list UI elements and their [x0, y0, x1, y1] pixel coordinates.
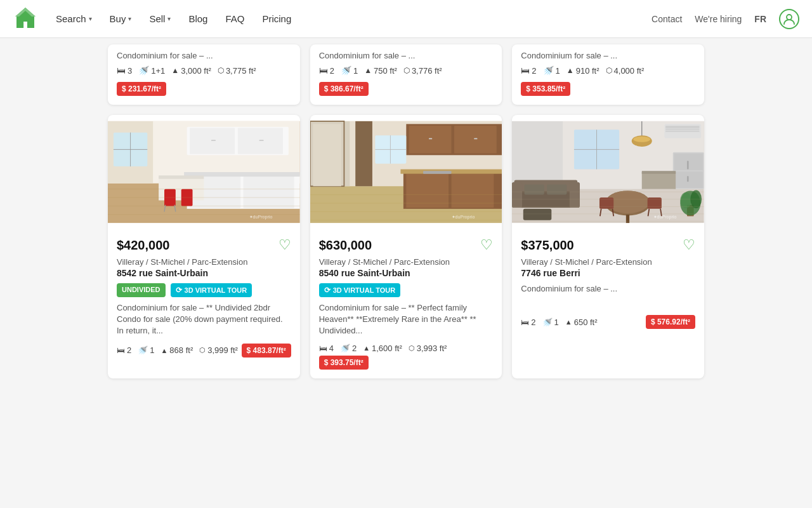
svg-text:✦duProprio: ✦duProprio — [249, 215, 273, 220]
bath-icon: 🚿 — [542, 318, 553, 327]
svg-rect-84 — [525, 185, 544, 195]
svg-rect-35 — [409, 126, 451, 154]
nav-search[interactable]: Search ▾ — [48, 8, 100, 29]
price-per-sqft-main-1: $ 483.87/ft² — [242, 344, 291, 358]
svg-rect-69 — [642, 172, 676, 189]
bath-icon: 🚿 — [138, 345, 148, 355]
tag-virtual-tour-2[interactable]: ⟳ 3D VIRTUAL TOUR — [319, 283, 401, 297]
svg-rect-85 — [547, 185, 567, 195]
bed-icon: 🛏 — [521, 65, 530, 76]
svg-rect-59 — [665, 129, 699, 130]
svg-rect-82 — [512, 182, 522, 208]
lot-icon: ⬡ — [403, 66, 410, 75]
favorite-button-3[interactable]: ♡ — [683, 237, 695, 253]
price-per-sqft-main-2: $ 393.75/ft² — [319, 356, 369, 370]
svg-rect-40 — [406, 174, 449, 208]
card-details-3: 🛏 2 🚿 1 ▲ 910 ft² ⬡ 4,000 ft² — [521, 65, 695, 76]
favorite-button-1[interactable]: ♡ — [278, 237, 291, 253]
bath-icon: 🚿 — [138, 65, 149, 76]
listing-price-3: $375,000 — [521, 238, 573, 253]
bedrooms-detail-1: 🛏 2 — [117, 345, 131, 355]
nav-buy[interactable]: Buy ▾ — [102, 8, 140, 29]
nav-hiring[interactable]: We're hiring — [695, 14, 742, 24]
listing-card-2[interactable]: ✦duProprio $630,000 ♡ Villeray / St-Mich… — [310, 115, 502, 378]
svg-rect-67 — [687, 161, 689, 169]
main-cards-row: ✦duProprio $420,000 ♡ Villeray / St-Mich… — [108, 115, 704, 378]
top-partial-cards-row: Condominium for sale – ... 🛏 3 🚿 1+1 ▲ 3… — [108, 44, 704, 105]
listing-tags-2: ⟳ 3D VIRTUAL TOUR — [319, 283, 494, 297]
nav-pricing[interactable]: Pricing — [254, 8, 299, 29]
price-row-3: $375,000 ♡ — [521, 237, 695, 253]
lot-icon: ⬡ — [218, 66, 224, 75]
bed-icon: 🛏 — [521, 318, 529, 327]
tag-virtual-tour-1[interactable]: ⟳ 3D VIRTUAL TOUR — [171, 283, 252, 297]
lot-detail: ⬡ 3,776 ft² — [403, 66, 442, 76]
bath-icon: 🚿 — [340, 344, 350, 353]
svg-rect-2 — [23, 22, 27, 28]
virtual-tour-icon: ⟳ — [324, 286, 331, 295]
lot-icon: ⬡ — [199, 346, 206, 354]
nav-sell[interactable]: Sell ▾ — [141, 8, 178, 29]
tag-undivided-1: UNDIVIDED — [117, 283, 166, 297]
logo[interactable] — [13, 5, 38, 33]
user-account-icon[interactable] — [779, 9, 799, 29]
svg-rect-11 — [259, 140, 264, 141]
interior-detail-2: ▲ 1,600 ft² — [363, 344, 402, 353]
listing-type-3: Condominium for sale – ... — [521, 51, 695, 60]
svg-rect-81 — [514, 180, 578, 191]
svg-rect-68 — [687, 176, 689, 182]
main-content: Condominium for sale – ... 🛏 3 🚿 1+1 ▲ 3… — [95, 38, 717, 401]
card-details-bottom-1: 🛏 2 🚿 1 ▲ 868 ft² ⬡ 3, — [117, 345, 238, 355]
price-per-sqft-main-3: $ 576.92/ft² — [646, 315, 695, 329]
svg-text:✦duProprio: ✦duProprio — [653, 215, 677, 220]
listing-card-1[interactable]: ✦duProprio $420,000 ♡ Villeray / St-Mich… — [108, 115, 300, 378]
svg-rect-17 — [159, 175, 204, 178]
listing-tags-1: UNDIVIDED ⟳ 3D VIRTUAL TOUR — [117, 283, 291, 297]
nav-blog[interactable]: Blog — [181, 8, 215, 29]
listing-address-1: 8542 rue Saint-Urbain — [117, 268, 291, 278]
svg-marker-56 — [512, 121, 563, 189]
interior-icon: ▲ — [565, 318, 572, 326]
nav-lang[interactable]: FR — [754, 14, 766, 24]
listing-card-3[interactable]: ✦duProprio $375,000 ♡ Villeray / St-Mich… — [512, 115, 704, 378]
svg-rect-32 — [355, 121, 372, 186]
property-image-2: ✦duProprio — [310, 115, 502, 229]
bathrooms-detail: 🚿 1 — [341, 65, 358, 76]
lot-detail: ⬡ 3,775 ft² — [218, 66, 256, 76]
virtual-tour-icon: ⟳ — [176, 286, 182, 295]
svg-rect-83 — [570, 182, 580, 208]
bed-icon: 🛏 — [117, 65, 126, 76]
navigation: Search ▾ Buy ▾ Sell ▾ Blog FAQ Pricing C… — [0, 0, 812, 38]
card-details-2: 🛏 2 🚿 1 ▲ 750 ft² ⬡ 3,776 ft² — [319, 65, 494, 76]
bath-icon: 🚿 — [543, 65, 554, 76]
bathrooms-detail-2: 🚿 2 — [340, 344, 357, 353]
lot-detail: ⬡ 4,000 ft² — [606, 66, 645, 76]
interior-detail: ▲ 910 ft² — [566, 66, 599, 76]
interior-icon: ▲ — [566, 66, 574, 75]
svg-point-89 — [681, 192, 692, 208]
listing-card-partial-1: Condominium for sale – ... 🛏 3 🚿 1+1 ▲ 3… — [108, 44, 300, 105]
bathrooms-detail-1: 🚿 1 — [138, 345, 154, 355]
nav-right: Contact We're hiring FR — [652, 9, 799, 29]
lot-icon: ⬡ — [606, 66, 612, 75]
svg-rect-38 — [474, 138, 477, 140]
property-image-1: ✦duProprio — [108, 115, 300, 229]
listing-neighborhood-3: Villeray / St-Michel / Parc-Extension — [521, 257, 695, 267]
nav-faq[interactable]: FAQ — [218, 8, 252, 29]
bedrooms-detail-3: 🛏 2 — [521, 318, 535, 327]
svg-rect-37 — [429, 138, 432, 140]
nav-links: Search ▾ Buy ▾ Sell ▾ Blog FAQ Pricing — [48, 8, 652, 29]
lot-detail-2: ⬡ 3,993 ft² — [409, 344, 447, 353]
svg-rect-60 — [665, 131, 699, 132]
card-bottom-2: 🛏 4 🚿 2 ▲ 1,600 ft² ⬡ — [319, 344, 494, 370]
bedrooms-detail: 🛏 3 — [117, 65, 132, 76]
favorite-button-2[interactable]: ♡ — [480, 237, 493, 253]
bathrooms-detail: 🚿 1+1 — [138, 65, 165, 76]
listing-type-1: Condominium for sale – ... — [117, 51, 291, 60]
nav-contact[interactable]: Contact — [652, 14, 682, 24]
svg-rect-10 — [211, 140, 216, 141]
bed-icon: 🛏 — [117, 345, 125, 355]
svg-rect-58 — [665, 126, 699, 128]
buy-chevron-icon: ▾ — [128, 15, 131, 22]
bathrooms-detail-3: 🚿 1 — [542, 318, 559, 327]
